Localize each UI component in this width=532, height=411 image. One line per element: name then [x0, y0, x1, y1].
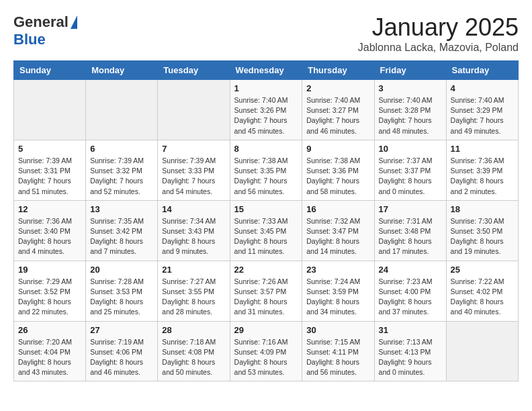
day-number: 24 — [379, 265, 442, 275]
logo-blue-text: Blue — [13, 31, 77, 48]
calendar-cell: 2Sunrise: 7:40 AM Sunset: 3:27 PM Daylig… — [302, 80, 374, 140]
day-info: Sunrise: 7:20 AM Sunset: 4:04 PM Dayligh… — [18, 337, 81, 378]
calendar-cell: 12Sunrise: 7:36 AM Sunset: 3:40 PM Dayli… — [14, 200, 86, 261]
logo-general-text: General — [13, 13, 69, 31]
calendar-cell: 16Sunrise: 7:32 AM Sunset: 3:47 PM Dayli… — [302, 200, 374, 261]
calendar-cell: 22Sunrise: 7:26 AM Sunset: 3:57 PM Dayli… — [230, 261, 302, 321]
day-info: Sunrise: 7:28 AM Sunset: 3:53 PM Dayligh… — [90, 277, 153, 318]
calendar-cell: 1Sunrise: 7:40 AM Sunset: 3:26 PM Daylig… — [230, 80, 302, 140]
calendar-cell — [446, 321, 518, 381]
day-info: Sunrise: 7:23 AM Sunset: 4:00 PM Dayligh… — [379, 277, 442, 318]
day-info: Sunrise: 7:40 AM Sunset: 3:26 PM Dayligh… — [234, 95, 298, 136]
calendar-cell: 3Sunrise: 7:40 AM Sunset: 3:28 PM Daylig… — [374, 80, 446, 140]
calendar-week-row: 12Sunrise: 7:36 AM Sunset: 3:40 PM Dayli… — [14, 200, 519, 261]
day-info: Sunrise: 7:32 AM Sunset: 3:47 PM Dayligh… — [306, 216, 369, 257]
calendar-cell: 17Sunrise: 7:31 AM Sunset: 3:48 PM Dayli… — [374, 200, 446, 261]
day-info: Sunrise: 7:34 AM Sunset: 3:43 PM Dayligh… — [162, 216, 225, 257]
day-number: 6 — [90, 144, 153, 154]
calendar-cell — [14, 80, 86, 140]
day-info: Sunrise: 7:19 AM Sunset: 4:06 PM Dayligh… — [90, 337, 153, 378]
day-info: Sunrise: 7:22 AM Sunset: 4:02 PM Dayligh… — [451, 277, 514, 318]
day-number: 26 — [18, 325, 81, 335]
day-number: 4 — [451, 83, 514, 93]
weekday-header: Monday — [86, 61, 158, 80]
day-info: Sunrise: 7:39 AM Sunset: 3:31 PM Dayligh… — [18, 156, 81, 197]
day-info: Sunrise: 7:35 AM Sunset: 3:42 PM Dayligh… — [90, 216, 153, 257]
page-header: General Blue January 2025 Jablonna Lacka… — [13, 13, 519, 54]
day-number: 28 — [162, 325, 225, 335]
day-number: 11 — [451, 144, 514, 154]
day-info: Sunrise: 7:27 AM Sunset: 3:55 PM Dayligh… — [162, 277, 225, 318]
calendar-cell: 25Sunrise: 7:22 AM Sunset: 4:02 PM Dayli… — [446, 261, 518, 321]
calendar-cell: 7Sunrise: 7:39 AM Sunset: 3:33 PM Daylig… — [158, 140, 230, 200]
calendar-cell: 28Sunrise: 7:18 AM Sunset: 4:08 PM Dayli… — [158, 321, 230, 381]
calendar-cell: 20Sunrise: 7:28 AM Sunset: 3:53 PM Dayli… — [86, 261, 158, 321]
calendar-cell: 6Sunrise: 7:39 AM Sunset: 3:32 PM Daylig… — [86, 140, 158, 200]
weekday-header: Thursday — [302, 61, 374, 80]
day-number: 12 — [18, 204, 81, 214]
weekday-header: Tuesday — [158, 61, 230, 80]
day-number: 18 — [451, 204, 514, 214]
day-info: Sunrise: 7:29 AM Sunset: 3:52 PM Dayligh… — [18, 277, 81, 318]
calendar-cell: 14Sunrise: 7:34 AM Sunset: 3:43 PM Dayli… — [158, 200, 230, 261]
day-info: Sunrise: 7:13 AM Sunset: 4:13 PM Dayligh… — [379, 337, 442, 378]
day-number: 5 — [18, 144, 81, 154]
day-number: 10 — [379, 144, 442, 154]
day-info: Sunrise: 7:40 AM Sunset: 3:27 PM Dayligh… — [306, 95, 369, 136]
weekday-header: Sunday — [14, 61, 86, 80]
day-number: 13 — [90, 204, 153, 214]
day-info: Sunrise: 7:31 AM Sunset: 3:48 PM Dayligh… — [379, 216, 442, 257]
calendar-table: SundayMondayTuesdayWednesdayThursdayFrid… — [13, 60, 519, 381]
day-number: 29 — [234, 325, 298, 335]
month-title: January 2025 — [358, 13, 519, 42]
calendar-cell: 23Sunrise: 7:24 AM Sunset: 3:59 PM Dayli… — [302, 261, 374, 321]
day-info: Sunrise: 7:30 AM Sunset: 3:50 PM Dayligh… — [451, 216, 514, 257]
calendar-cell: 26Sunrise: 7:20 AM Sunset: 4:04 PM Dayli… — [14, 321, 86, 381]
day-info: Sunrise: 7:38 AM Sunset: 3:36 PM Dayligh… — [306, 156, 369, 197]
calendar-cell: 27Sunrise: 7:19 AM Sunset: 4:06 PM Dayli… — [86, 321, 158, 381]
day-info: Sunrise: 7:26 AM Sunset: 3:57 PM Dayligh… — [234, 277, 298, 318]
calendar-cell: 19Sunrise: 7:29 AM Sunset: 3:52 PM Dayli… — [14, 261, 86, 321]
day-number: 27 — [90, 325, 153, 335]
day-number: 8 — [234, 144, 298, 154]
day-info: Sunrise: 7:18 AM Sunset: 4:08 PM Dayligh… — [162, 337, 225, 378]
day-info: Sunrise: 7:40 AM Sunset: 3:29 PM Dayligh… — [451, 95, 514, 136]
calendar-cell: 9Sunrise: 7:38 AM Sunset: 3:36 PM Daylig… — [302, 140, 374, 200]
day-number: 14 — [162, 204, 225, 214]
calendar-week-row: 19Sunrise: 7:29 AM Sunset: 3:52 PM Dayli… — [14, 261, 519, 321]
calendar-cell — [86, 80, 158, 140]
day-number: 3 — [379, 83, 442, 93]
calendar-cell: 24Sunrise: 7:23 AM Sunset: 4:00 PM Dayli… — [374, 261, 446, 321]
day-info: Sunrise: 7:38 AM Sunset: 3:35 PM Dayligh… — [234, 156, 298, 197]
day-info: Sunrise: 7:15 AM Sunset: 4:11 PM Dayligh… — [306, 337, 369, 378]
calendar-cell: 21Sunrise: 7:27 AM Sunset: 3:55 PM Dayli… — [158, 261, 230, 321]
calendar-cell: 18Sunrise: 7:30 AM Sunset: 3:50 PM Dayli… — [446, 200, 518, 261]
calendar-cell: 31Sunrise: 7:13 AM Sunset: 4:13 PM Dayli… — [374, 321, 446, 381]
day-info: Sunrise: 7:39 AM Sunset: 3:33 PM Dayligh… — [162, 156, 225, 197]
location: Jablonna Lacka, Mazovia, Poland — [358, 42, 519, 54]
day-info: Sunrise: 7:16 AM Sunset: 4:09 PM Dayligh… — [234, 337, 298, 378]
day-number: 21 — [162, 265, 225, 275]
day-number: 25 — [451, 265, 514, 275]
weekday-header: Wednesday — [230, 61, 302, 80]
calendar-cell: 15Sunrise: 7:33 AM Sunset: 3:45 PM Dayli… — [230, 200, 302, 261]
day-number: 22 — [234, 265, 298, 275]
day-number: 30 — [306, 325, 369, 335]
calendar-cell: 4Sunrise: 7:40 AM Sunset: 3:29 PM Daylig… — [446, 80, 518, 140]
day-info: Sunrise: 7:24 AM Sunset: 3:59 PM Dayligh… — [306, 277, 369, 318]
day-number: 31 — [379, 325, 442, 335]
logo-icon — [71, 15, 77, 29]
calendar-cell: 30Sunrise: 7:15 AM Sunset: 4:11 PM Dayli… — [302, 321, 374, 381]
weekday-header: Friday — [374, 61, 446, 80]
day-number: 7 — [162, 144, 225, 154]
day-number: 2 — [306, 83, 369, 93]
day-number: 20 — [90, 265, 153, 275]
day-number: 9 — [306, 144, 369, 154]
day-info: Sunrise: 7:36 AM Sunset: 3:40 PM Dayligh… — [18, 216, 81, 257]
day-number: 19 — [18, 265, 81, 275]
day-number: 15 — [234, 204, 298, 214]
day-number: 23 — [306, 265, 369, 275]
calendar-week-row: 26Sunrise: 7:20 AM Sunset: 4:04 PM Dayli… — [14, 321, 519, 381]
day-info: Sunrise: 7:36 AM Sunset: 3:39 PM Dayligh… — [451, 156, 514, 197]
calendar-cell: 13Sunrise: 7:35 AM Sunset: 3:42 PM Dayli… — [86, 200, 158, 261]
